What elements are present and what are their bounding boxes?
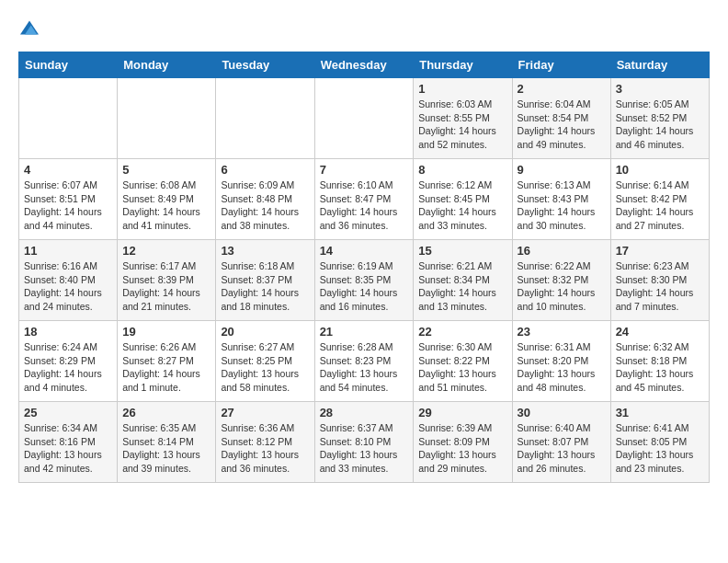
day-info: Sunrise: 6:16 AM Sunset: 8:40 PM Dayligh…	[24, 259, 112, 314]
day-cell: 20Sunrise: 6:27 AM Sunset: 8:25 PM Dayli…	[216, 321, 314, 402]
day-header-thursday: Thursday	[414, 52, 512, 78]
day-info: Sunrise: 6:35 AM Sunset: 8:14 PM Dayligh…	[122, 421, 210, 476]
day-number: 31	[616, 406, 704, 419]
header	[18, 18, 710, 37]
day-header-monday: Monday	[118, 52, 216, 78]
day-info: Sunrise: 6:07 AM Sunset: 8:51 PM Dayligh…	[24, 178, 112, 233]
day-info: Sunrise: 6:28 AM Sunset: 8:23 PM Dayligh…	[320, 340, 409, 395]
day-header-sunday: Sunday	[19, 52, 118, 78]
day-cell: 28Sunrise: 6:37 AM Sunset: 8:10 PM Dayli…	[314, 402, 414, 483]
day-number: 10	[616, 163, 704, 177]
day-cell	[19, 78, 118, 159]
week-row-5: 25Sunrise: 6:34 AM Sunset: 8:16 PM Dayli…	[19, 402, 710, 483]
day-cell: 13Sunrise: 6:18 AM Sunset: 8:37 PM Dayli…	[216, 240, 314, 321]
day-info: Sunrise: 6:05 AM Sunset: 8:52 PM Dayligh…	[616, 98, 704, 152]
day-number: 16	[518, 244, 606, 258]
day-cell: 12Sunrise: 6:17 AM Sunset: 8:39 PM Dayli…	[118, 240, 216, 321]
day-cell: 31Sunrise: 6:41 AM Sunset: 8:05 PM Dayli…	[610, 402, 709, 483]
day-number: 7	[320, 163, 409, 177]
day-number: 24	[616, 325, 704, 339]
day-cell: 3Sunrise: 6:05 AM Sunset: 8:52 PM Daylig…	[610, 78, 709, 159]
day-cell: 22Sunrise: 6:30 AM Sunset: 8:22 PM Dayli…	[414, 321, 512, 402]
day-number: 4	[24, 163, 112, 177]
week-row-2: 4Sunrise: 6:07 AM Sunset: 8:51 PM Daylig…	[19, 159, 710, 240]
day-number: 1	[418, 82, 506, 96]
week-row-1: 1Sunrise: 6:03 AM Sunset: 8:55 PM Daylig…	[19, 78, 710, 159]
day-header-saturday: Saturday	[610, 52, 709, 78]
day-cell: 11Sunrise: 6:16 AM Sunset: 8:40 PM Dayli…	[19, 240, 118, 321]
day-cell: 25Sunrise: 6:34 AM Sunset: 8:16 PM Dayli…	[19, 402, 118, 483]
day-number: 5	[122, 163, 210, 177]
day-number: 21	[320, 325, 409, 339]
day-cell: 24Sunrise: 6:32 AM Sunset: 8:18 PM Dayli…	[610, 321, 709, 402]
day-number: 8	[418, 163, 506, 177]
day-cell: 1Sunrise: 6:03 AM Sunset: 8:55 PM Daylig…	[414, 78, 512, 159]
day-info: Sunrise: 6:21 AM Sunset: 8:34 PM Dayligh…	[418, 259, 506, 314]
day-header-tuesday: Tuesday	[216, 52, 314, 78]
day-number: 26	[122, 406, 210, 419]
day-number: 28	[320, 406, 409, 419]
day-cell: 29Sunrise: 6:39 AM Sunset: 8:09 PM Dayli…	[414, 402, 512, 483]
day-number: 23	[518, 325, 606, 339]
day-info: Sunrise: 6:19 AM Sunset: 8:35 PM Dayligh…	[320, 259, 409, 314]
day-cell: 6Sunrise: 6:09 AM Sunset: 8:48 PM Daylig…	[216, 159, 314, 240]
day-number: 17	[616, 244, 704, 258]
day-info: Sunrise: 6:08 AM Sunset: 8:49 PM Dayligh…	[122, 178, 210, 233]
day-number: 11	[24, 244, 112, 258]
day-info: Sunrise: 6:32 AM Sunset: 8:18 PM Dayligh…	[616, 340, 704, 395]
day-number: 9	[518, 163, 606, 177]
day-number: 20	[221, 325, 309, 339]
day-cell: 4Sunrise: 6:07 AM Sunset: 8:51 PM Daylig…	[19, 159, 118, 240]
day-cell	[118, 78, 216, 159]
day-number: 15	[418, 244, 506, 258]
day-cell: 15Sunrise: 6:21 AM Sunset: 8:34 PM Dayli…	[414, 240, 512, 321]
day-cell: 19Sunrise: 6:26 AM Sunset: 8:27 PM Dayli…	[118, 321, 216, 402]
day-info: Sunrise: 6:12 AM Sunset: 8:45 PM Dayligh…	[418, 178, 506, 233]
day-cell: 9Sunrise: 6:13 AM Sunset: 8:43 PM Daylig…	[512, 159, 610, 240]
day-cell: 17Sunrise: 6:23 AM Sunset: 8:30 PM Dayli…	[610, 240, 709, 321]
day-cell: 23Sunrise: 6:31 AM Sunset: 8:20 PM Dayli…	[512, 321, 610, 402]
day-info: Sunrise: 6:41 AM Sunset: 8:05 PM Dayligh…	[616, 421, 704, 476]
logo	[18, 18, 39, 37]
day-cell: 16Sunrise: 6:22 AM Sunset: 8:32 PM Dayli…	[512, 240, 610, 321]
day-header-wednesday: Wednesday	[314, 52, 414, 78]
calendar-table: SundayMondayTuesdayWednesdayThursdayFrid…	[18, 52, 710, 483]
day-number: 6	[221, 163, 309, 177]
day-info: Sunrise: 6:31 AM Sunset: 8:20 PM Dayligh…	[518, 340, 606, 395]
day-cell: 8Sunrise: 6:12 AM Sunset: 8:45 PM Daylig…	[414, 159, 512, 240]
day-info: Sunrise: 6:04 AM Sunset: 8:54 PM Dayligh…	[518, 98, 606, 152]
day-number: 3	[616, 82, 704, 96]
day-info: Sunrise: 6:22 AM Sunset: 8:32 PM Dayligh…	[518, 259, 606, 314]
day-cell	[314, 78, 414, 159]
day-number: 12	[122, 244, 210, 258]
day-cell: 30Sunrise: 6:40 AM Sunset: 8:07 PM Dayli…	[512, 402, 610, 483]
day-number: 19	[122, 325, 210, 339]
day-cell: 27Sunrise: 6:36 AM Sunset: 8:12 PM Dayli…	[216, 402, 314, 483]
day-info: Sunrise: 6:30 AM Sunset: 8:22 PM Dayligh…	[418, 340, 506, 395]
day-info: Sunrise: 6:18 AM Sunset: 8:37 PM Dayligh…	[221, 259, 309, 314]
day-number: 2	[518, 82, 606, 96]
day-number: 13	[221, 244, 309, 258]
day-info: Sunrise: 6:10 AM Sunset: 8:47 PM Dayligh…	[320, 178, 409, 233]
day-info: Sunrise: 6:37 AM Sunset: 8:10 PM Dayligh…	[320, 421, 409, 476]
day-number: 22	[418, 325, 506, 339]
day-info: Sunrise: 6:23 AM Sunset: 8:30 PM Dayligh…	[616, 259, 704, 314]
day-cell: 2Sunrise: 6:04 AM Sunset: 8:54 PM Daylig…	[512, 78, 610, 159]
day-cell: 10Sunrise: 6:14 AM Sunset: 8:42 PM Dayli…	[610, 159, 709, 240]
day-info: Sunrise: 6:39 AM Sunset: 8:09 PM Dayligh…	[418, 421, 506, 476]
day-info: Sunrise: 6:36 AM Sunset: 8:12 PM Dayligh…	[221, 421, 309, 476]
day-cell: 5Sunrise: 6:08 AM Sunset: 8:49 PM Daylig…	[118, 159, 216, 240]
day-info: Sunrise: 6:24 AM Sunset: 8:29 PM Dayligh…	[24, 340, 112, 395]
day-number: 27	[221, 406, 309, 419]
days-header-row: SundayMondayTuesdayWednesdayThursdayFrid…	[19, 52, 710, 78]
week-row-3: 11Sunrise: 6:16 AM Sunset: 8:40 PM Dayli…	[19, 240, 710, 321]
day-cell: 26Sunrise: 6:35 AM Sunset: 8:14 PM Dayli…	[118, 402, 216, 483]
day-cell	[216, 78, 314, 159]
day-info: Sunrise: 6:40 AM Sunset: 8:07 PM Dayligh…	[518, 421, 606, 476]
day-info: Sunrise: 6:13 AM Sunset: 8:43 PM Dayligh…	[518, 178, 606, 233]
day-info: Sunrise: 6:27 AM Sunset: 8:25 PM Dayligh…	[221, 340, 309, 395]
day-number: 14	[320, 244, 409, 258]
day-cell: 21Sunrise: 6:28 AM Sunset: 8:23 PM Dayli…	[314, 321, 414, 402]
day-info: Sunrise: 6:17 AM Sunset: 8:39 PM Dayligh…	[122, 259, 210, 314]
day-cell: 14Sunrise: 6:19 AM Sunset: 8:35 PM Dayli…	[314, 240, 414, 321]
